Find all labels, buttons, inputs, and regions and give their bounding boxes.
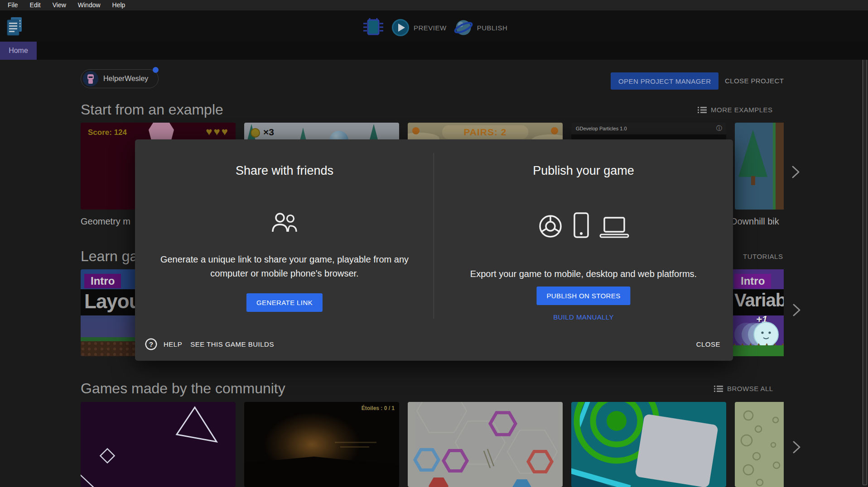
pine-tree-shape xyxy=(738,130,767,177)
community-card-maze[interactable] xyxy=(571,402,726,487)
tutorials-label: TUTORIALS xyxy=(743,253,783,260)
community-card-triangles[interactable] xyxy=(81,402,236,487)
menu-bar: File Edit View Window Help xyxy=(0,0,868,10)
variables-word: Variab xyxy=(734,290,784,310)
community-section-title: Games made by the community xyxy=(81,380,285,397)
caption-geometry-monster: Geometry m xyxy=(81,216,135,227)
community-card-row: Étoiles : 0 / 1 xyxy=(81,402,784,487)
username-label: HelperWesley xyxy=(103,75,148,83)
svg-text:?: ? xyxy=(149,340,153,348)
tab-bar: Home xyxy=(0,42,868,60)
chrome-icon xyxy=(538,214,563,239)
coin-multiplier: ×3 xyxy=(263,127,274,138)
share-title: Share with friends xyxy=(135,164,434,178)
cells-art xyxy=(735,402,784,487)
list-icon xyxy=(698,106,707,114)
publish-description: Export your game to mobile, desktop and … xyxy=(448,267,719,281)
triangles-art xyxy=(81,402,236,487)
main-toolbar: PREVIEW PUBLISH xyxy=(0,10,868,42)
menu-window[interactable]: Window xyxy=(72,0,106,10)
vertical-scrollbar[interactable] xyxy=(863,43,867,485)
intro-badge: Intro xyxy=(734,274,771,288)
see-game-builds-button[interactable]: SEE THIS GAME BUILDS xyxy=(188,338,276,351)
examples-section-title: Start from an example xyxy=(81,101,223,118)
particles-title: GDevelop Particles 1.0 xyxy=(576,123,627,134)
open-project-manager-button[interactable]: OPEN PROJECT MANAGER xyxy=(611,72,719,90)
score-label: Score: 124 xyxy=(88,128,127,137)
help-button[interactable]: HELP xyxy=(162,338,184,351)
people-icon xyxy=(270,212,299,234)
smartphone-icon xyxy=(573,212,589,239)
browse-all-button[interactable]: BROWSE ALL xyxy=(714,385,773,392)
stars-counter: Étoiles : 0 / 1 xyxy=(362,405,395,411)
community-card-night[interactable]: Étoiles : 0 / 1 xyxy=(244,402,399,487)
preview-button[interactable]: PREVIEW xyxy=(391,19,447,37)
community-card-hexagons[interactable] xyxy=(408,402,563,487)
build-manually-link[interactable]: BUILD MANUALLY xyxy=(434,313,733,321)
learn-next-chevron[interactable] xyxy=(792,303,802,319)
particles-title-bar: GDevelop Particles 1.0 ⓘ xyxy=(571,123,726,134)
help-icon[interactable]: ? xyxy=(145,338,157,350)
mushroom-sprite xyxy=(551,127,558,134)
close-project-button[interactable]: CLOSE PROJECT xyxy=(725,72,784,90)
example-card-downhill-bike[interactable] xyxy=(735,123,784,210)
title-band: Variab xyxy=(731,289,784,315)
more-examples-button[interactable]: MORE EXAMPLES xyxy=(698,106,773,114)
community-next-chevron[interactable] xyxy=(792,440,802,456)
info-icon: ⓘ xyxy=(716,123,722,134)
list-icon xyxy=(714,385,723,392)
pairs-counter: PAIRS: 2 xyxy=(442,125,528,139)
publish-on-stores-button[interactable]: PUBLISH ON STORES xyxy=(536,286,630,305)
learn-section-title: Learn ga xyxy=(81,248,138,265)
publish-button[interactable]: PUBLISH xyxy=(454,18,508,37)
play-icon xyxy=(391,19,410,37)
globe-icon xyxy=(454,18,473,37)
faint-text-line xyxy=(340,446,369,448)
gdevelop-window: File Edit View Window Help xyxy=(0,0,868,487)
share-column: Share with friends Generate a unique lin… xyxy=(135,139,434,334)
debugger-icon[interactable] xyxy=(362,17,384,38)
community-card-cells[interactable] xyxy=(735,402,784,487)
project-manager-icon[interactable] xyxy=(5,16,24,39)
tab-home[interactable]: Home xyxy=(0,42,37,60)
close-dialog-button[interactable]: CLOSE xyxy=(696,340,720,348)
tutorials-button[interactable]: TUTORIALS xyxy=(743,253,783,260)
soil-shape xyxy=(773,123,784,210)
publish-title: Publish your game xyxy=(434,164,733,178)
grass-strip xyxy=(731,345,784,356)
notification-dot xyxy=(153,67,159,73)
browse-all-label: BROWSE ALL xyxy=(727,385,773,392)
menu-edit[interactable]: Edit xyxy=(24,0,47,10)
faint-text-line xyxy=(335,442,376,443)
more-examples-label: MORE EXAMPLES xyxy=(711,106,773,114)
trunk-shape xyxy=(751,176,755,185)
menu-file[interactable]: File xyxy=(2,0,24,10)
caption-downhill-bike: Downhill bik xyxy=(731,216,784,227)
intro-badge: Intro xyxy=(84,274,121,288)
publish-label: PUBLISH xyxy=(477,24,508,32)
coin-icon xyxy=(251,128,260,138)
preview-label: PREVIEW xyxy=(414,24,447,32)
avatar xyxy=(83,71,98,86)
menu-help[interactable]: Help xyxy=(106,0,131,10)
publish-column: Publish your game Export your game to mo… xyxy=(434,139,733,334)
hexagons-art xyxy=(408,402,563,487)
laptop-icon xyxy=(599,215,629,239)
generate-link-button[interactable]: GENERATE LINK xyxy=(246,293,323,312)
hearts-icons: ♥♥♥ xyxy=(206,125,229,138)
user-profile-chip[interactable]: HelperWesley xyxy=(81,69,159,88)
share-description: Generate a unique link to share your gam… xyxy=(149,253,420,281)
menu-view[interactable]: View xyxy=(47,0,72,10)
examples-next-chevron[interactable] xyxy=(791,165,801,181)
learn-card-intro-variables[interactable]: Intro Variab +1 xyxy=(731,269,784,356)
maze-art xyxy=(571,402,726,487)
mushroom-sprite xyxy=(412,127,420,134)
share-publish-dialog: Share with friends Generate a unique lin… xyxy=(135,139,733,361)
